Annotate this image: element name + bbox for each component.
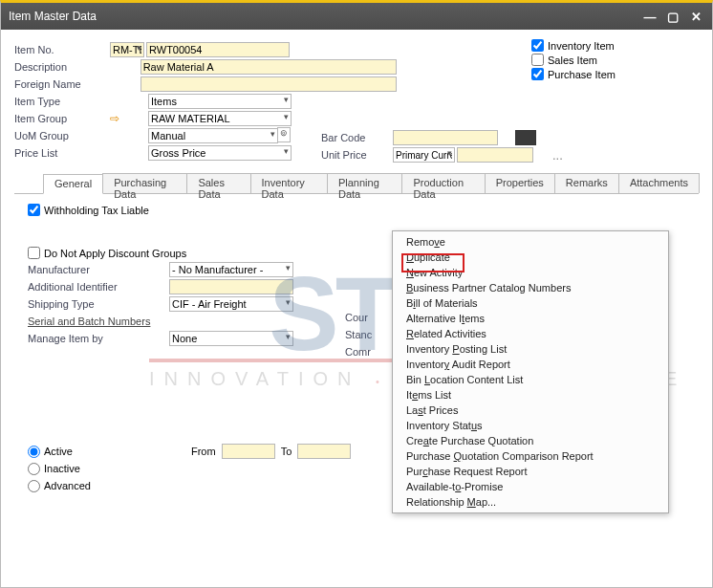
context-menu-item[interactable]: Purchase Quotation Comparison Report <box>393 448 668 464</box>
context-menu-item[interactable]: Remove <box>393 234 668 250</box>
advanced-label: Advanced <box>44 480 91 491</box>
context-menu-item[interactable]: Inventory Status <box>393 418 668 433</box>
inventory-item-checkbox[interactable]: Inventory Item <box>531 39 616 52</box>
unit-price-field[interactable] <box>457 147 533 163</box>
manufacturer-label: Manufacturer <box>28 264 169 275</box>
sales-item-checkbox[interactable]: Sales Item <box>531 54 616 66</box>
description-field[interactable] <box>140 59 397 75</box>
manage-item-label: Manage Item by <box>28 333 169 344</box>
to-field[interactable] <box>297 444 351 459</box>
item-no-field[interactable] <box>146 42 290 57</box>
price-list-label: Price List <box>14 147 110 159</box>
context-menu-item[interactable]: Inventory Posting List <box>393 341 668 357</box>
uom-group-select[interactable] <box>148 128 278 143</box>
inactive-label: Inactive <box>44 463 80 474</box>
context-menu-item[interactable]: Alternative Items <box>393 311 668 326</box>
tab-inventory[interactable]: Inventory Data <box>250 173 328 193</box>
manage-item-select[interactable] <box>169 331 293 346</box>
minimize-icon[interactable]: — <box>641 9 659 24</box>
inactive-radio[interactable] <box>28 463 40 475</box>
link-arrow-icon[interactable]: ⇨ <box>110 112 119 125</box>
tab-purchasing[interactable]: Purchasing Data <box>102 173 187 193</box>
uom-group-label: UoM Group <box>14 130 110 142</box>
context-menu-item[interactable]: Purchase Request Report <box>393 464 668 479</box>
close-icon[interactable]: ✕ <box>687 9 704 24</box>
country-label: Cour <box>345 312 381 323</box>
context-menu-item[interactable]: Bill of Materials <box>393 295 668 311</box>
maximize-icon[interactable]: ▢ <box>664 9 681 24</box>
context-menu-item[interactable]: Duplicate <box>393 250 668 265</box>
from-label: From <box>191 446 216 457</box>
unit-price-more-button[interactable]: ... <box>552 148 563 163</box>
context-menu-item[interactable]: Available-to-Promise <box>393 479 668 494</box>
tab-sales[interactable]: Sales Data <box>186 173 250 193</box>
uom-detail-button[interactable] <box>277 127 291 142</box>
item-no-prefix[interactable] <box>110 42 144 57</box>
withholding-tax-checkbox[interactable]: Withholding Tax Liable <box>28 204 685 216</box>
context-menu-item[interactable]: Related Activities <box>393 326 668 341</box>
tab-production[interactable]: Production Data <box>401 173 485 193</box>
tab-properties[interactable]: Properties <box>485 173 555 193</box>
additional-identifier-label: Additional Identifier <box>28 281 169 293</box>
commodity-label: Comr <box>345 346 381 358</box>
tab-bar: General Purchasing Data Sales Data Inven… <box>14 173 699 194</box>
context-menu-item[interactable]: Last Prices <box>393 403 668 418</box>
serial-batch-link[interactable]: Serial and Batch Numbers <box>28 316 150 327</box>
unit-price-label: Unit Price <box>321 149 393 161</box>
context-menu-item[interactable]: Items List <box>393 387 668 403</box>
description-label: Description <box>14 61 104 73</box>
tab-planning[interactable]: Planning Data <box>327 173 402 193</box>
context-menu-item[interactable]: Business Partner Catalog Numbers <box>393 280 668 295</box>
purchase-item-checkbox[interactable]: Purchase Item <box>531 68 616 80</box>
foreign-name-label: Foreign Name <box>14 78 104 90</box>
item-group-select[interactable] <box>148 111 292 126</box>
manufacturer-select[interactable] <box>169 262 293 277</box>
item-type-label: Item Type <box>14 96 110 107</box>
standard-label: Stanc <box>345 329 381 340</box>
barcode-field[interactable] <box>393 130 498 145</box>
window-titlebar: Item Master Data — ▢ ✕ <box>1 3 712 30</box>
context-menu-item[interactable]: Relationship Map... <box>393 494 668 510</box>
foreign-name-field[interactable] <box>140 76 397 92</box>
item-group-label: Item Group <box>14 113 110 124</box>
price-list-select[interactable] <box>148 145 292 161</box>
shipping-type-select[interactable] <box>169 296 293 312</box>
active-label: Active <box>44 446 73 457</box>
context-menu-item[interactable]: Inventory Audit Report <box>393 357 668 372</box>
item-type-select[interactable] <box>148 94 292 109</box>
item-no-label: Item No. <box>14 44 110 55</box>
context-menu-item[interactable]: Bin Location Content List <box>393 372 668 387</box>
tab-attachments[interactable]: Attachments <box>618 173 700 193</box>
context-menu-item[interactable]: New Activity <box>393 265 668 280</box>
barcode-details-button[interactable] <box>515 130 536 145</box>
additional-identifier-field[interactable] <box>169 279 293 294</box>
shipping-type-label: Shipping Type <box>28 298 169 310</box>
to-label: To <box>281 446 292 457</box>
barcode-label: Bar Code <box>321 132 393 143</box>
advanced-radio[interactable] <box>28 480 40 492</box>
context-menu-item[interactable]: Create Purchase Quotation <box>393 433 668 448</box>
tab-general[interactable]: General <box>43 174 103 194</box>
from-field[interactable] <box>222 444 275 459</box>
tab-remarks[interactable]: Remarks <box>554 173 619 193</box>
window-title: Item Master Data <box>9 10 97 23</box>
active-radio[interactable] <box>28 446 40 458</box>
context-menu: RemoveDuplicateNew ActivityBusiness Part… <box>392 230 669 513</box>
currency-select[interactable] <box>393 147 455 163</box>
